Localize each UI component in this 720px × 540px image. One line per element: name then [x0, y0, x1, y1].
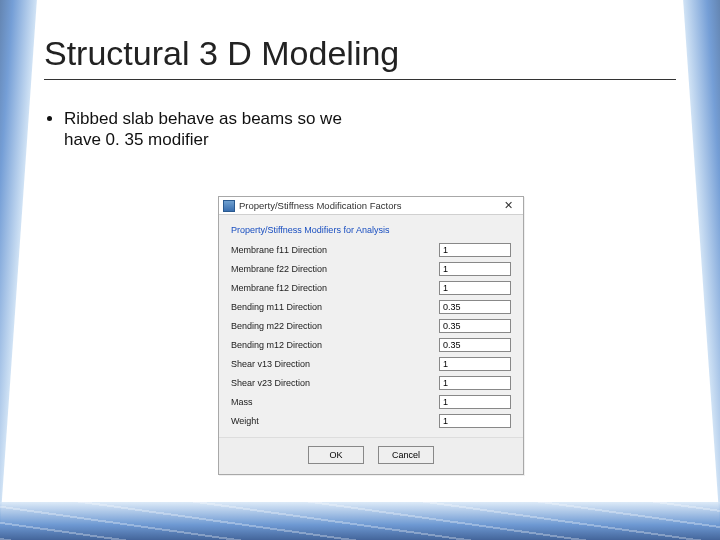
- field-row: Bending m11 Direction: [231, 300, 511, 314]
- field-row: Shear v23 Direction: [231, 376, 511, 390]
- field-row: Membrane f11 Direction: [231, 243, 511, 257]
- field-input[interactable]: [439, 376, 511, 390]
- field-input[interactable]: [439, 357, 511, 371]
- slide-bottom-accent: [0, 502, 720, 540]
- field-label: Mass: [231, 397, 439, 407]
- field-row: Membrane f22 Direction: [231, 262, 511, 276]
- field-input[interactable]: [439, 414, 511, 428]
- field-row: Membrane f12 Direction: [231, 281, 511, 295]
- field-label: Bending m22 Direction: [231, 321, 439, 331]
- field-row: Weight: [231, 414, 511, 428]
- app-icon: [223, 200, 235, 212]
- field-label: Shear v23 Direction: [231, 378, 439, 388]
- dialog-titlebar[interactable]: Property/Stiffness Modification Factors …: [219, 197, 523, 215]
- field-input[interactable]: [439, 243, 511, 257]
- field-input[interactable]: [439, 300, 511, 314]
- close-icon[interactable]: ✕: [493, 197, 523, 215]
- field-input[interactable]: [439, 262, 511, 276]
- field-row: Mass: [231, 395, 511, 409]
- bullet-item: Ribbed slab behave as beams so we have 0…: [64, 108, 374, 151]
- dialog-title: Property/Stiffness Modification Factors: [239, 200, 493, 211]
- field-label: Membrane f12 Direction: [231, 283, 439, 293]
- field-input[interactable]: [439, 338, 511, 352]
- field-label: Shear v13 Direction: [231, 359, 439, 369]
- field-row: Bending m12 Direction: [231, 338, 511, 352]
- field-row: Shear v13 Direction: [231, 357, 511, 371]
- modification-factors-dialog: Property/Stiffness Modification Factors …: [218, 196, 524, 475]
- bullet-list: Ribbed slab behave as beams so we have 0…: [44, 102, 676, 151]
- field-label: Membrane f11 Direction: [231, 245, 439, 255]
- field-input[interactable]: [439, 319, 511, 333]
- field-label: Bending m12 Direction: [231, 340, 439, 350]
- cancel-button[interactable]: Cancel: [378, 446, 434, 464]
- field-input[interactable]: [439, 395, 511, 409]
- field-label: Weight: [231, 416, 439, 426]
- ok-button[interactable]: OK: [308, 446, 364, 464]
- field-label: Membrane f22 Direction: [231, 264, 439, 274]
- group-label: Property/Stiffness Modifiers for Analysi…: [231, 225, 511, 235]
- slide-title: Structural 3 D Modeling: [44, 34, 676, 80]
- field-row: Bending m22 Direction: [231, 319, 511, 333]
- field-input[interactable]: [439, 281, 511, 295]
- field-label: Bending m11 Direction: [231, 302, 439, 312]
